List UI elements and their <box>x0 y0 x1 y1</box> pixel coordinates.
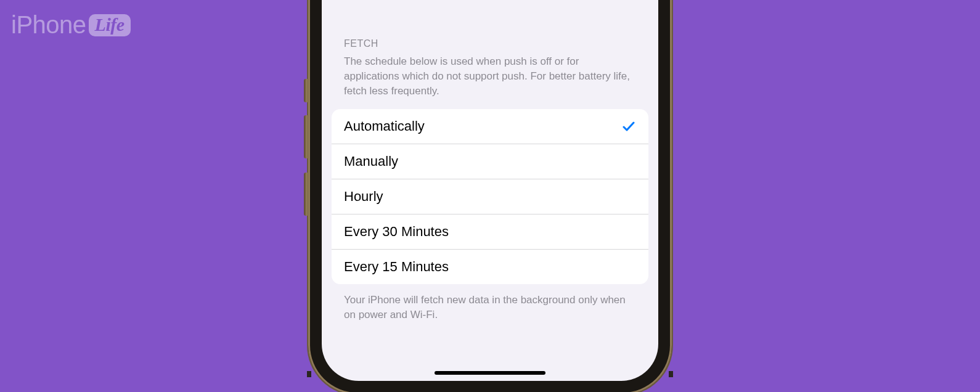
watermark-logo: iPhone Life <box>11 11 131 39</box>
fetch-option-label: Manually <box>344 153 398 169</box>
fetch-option-hourly[interactable]: Hourly <box>332 179 648 214</box>
fetch-option-label: Every 30 Minutes <box>344 224 449 240</box>
fetch-option-label: Automatically <box>344 118 425 134</box>
fetch-option-label: Hourly <box>344 189 383 205</box>
fetch-option-15min[interactable]: Every 15 Minutes <box>332 250 648 284</box>
phone-silence-switch <box>304 79 308 102</box>
settings-content: FETCH The schedule below is used when pu… <box>322 12 658 322</box>
fetch-option-30min[interactable]: Every 30 Minutes <box>332 214 648 250</box>
fetch-options-list: Automatically Manually Hourly Every 30 M… <box>332 109 648 284</box>
phone-frame: FETCH The schedule below is used when pu… <box>308 0 672 392</box>
phone-antenna-band-right <box>669 371 673 377</box>
phone-screen: FETCH The schedule below is used when pu… <box>322 0 658 381</box>
fetch-option-label: Every 15 Minutes <box>344 259 449 275</box>
fetch-option-manually[interactable]: Manually <box>332 144 648 179</box>
phone-volume-down <box>304 173 308 216</box>
phone-volume-up <box>304 115 308 158</box>
fetch-section-description: The schedule below is used when push is … <box>332 54 648 109</box>
fetch-section-header: FETCH <box>332 12 648 54</box>
fetch-option-automatically[interactable]: Automatically <box>332 109 648 144</box>
fetch-section-footer: Your iPhone will fetch new data in the b… <box>332 284 648 322</box>
home-indicator[interactable] <box>435 371 545 375</box>
watermark-brand-suffix: Life <box>89 14 131 36</box>
watermark-brand-prefix: iPhone <box>11 11 86 39</box>
phone-antenna-band-left <box>307 371 311 377</box>
checkmark-icon <box>621 119 636 134</box>
